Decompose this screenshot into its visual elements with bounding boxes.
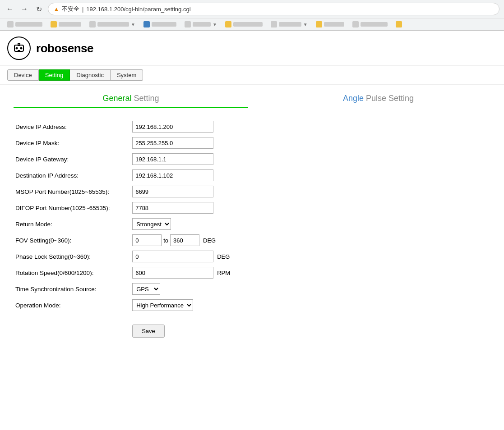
device-mask-field xyxy=(130,135,248,151)
bookmark-expand-icon-7: ▼ xyxy=(303,22,308,27)
page-header: rrobosenseobosense xyxy=(0,31,504,66)
device-gateway-input[interactable] xyxy=(132,153,213,165)
return-mode-field: Strongest Last Dual xyxy=(130,216,248,232)
main-layout: General Setting Device IP Address: Devic… xyxy=(0,85,504,349)
logo-r-letter: r xyxy=(36,41,41,55)
device-ip-field xyxy=(130,119,248,135)
msop-port-label: MSOP Port Number(1025~65535): xyxy=(14,183,130,200)
angle-title-word1: Angle xyxy=(343,94,364,103)
msop-port-input[interactable] xyxy=(132,186,213,197)
svg-rect-4 xyxy=(18,50,20,51)
tab-setting[interactable]: Setting xyxy=(39,69,70,81)
return-mode-row: Return Mode: Strongest Last Dual xyxy=(14,216,248,232)
bookmark-8[interactable] xyxy=(313,20,347,28)
bookmark-text-7 xyxy=(279,22,301,27)
bookmark-7[interactable]: ▼ xyxy=(268,20,310,28)
device-mask-label: Device IP Mask: xyxy=(14,135,130,151)
rotation-speed-row: Rotation Speed(0/600/1200): RPM xyxy=(14,265,248,281)
tab-system[interactable]: System xyxy=(111,69,143,81)
save-row: Save xyxy=(14,313,248,340)
general-setting-panel: General Setting Device IP Address: Devic… xyxy=(14,94,248,340)
angle-title-word2: Pulse Setting xyxy=(364,94,414,103)
robot-icon xyxy=(12,41,26,55)
bookmarks-bar: ▼ ▼ ▼ xyxy=(0,18,504,31)
bookmark-3[interactable]: ▼ xyxy=(87,20,138,28)
bookmark-favicon-7 xyxy=(271,21,277,27)
bookmark-5[interactable]: ▼ xyxy=(182,20,220,28)
tab-diagnostic[interactable]: Diagnostic xyxy=(70,69,111,81)
device-ip-label: Device IP Address: xyxy=(14,119,130,135)
forward-button[interactable]: → xyxy=(19,4,30,14)
device-gateway-row: Device IP Gateway: xyxy=(14,151,248,167)
operation-mode-select[interactable]: High Performance Standard xyxy=(132,299,193,311)
save-button[interactable]: Save xyxy=(132,325,165,338)
fov-to-input[interactable] xyxy=(170,234,199,246)
device-gateway-label: Device IP Gateway: xyxy=(14,151,130,167)
operation-mode-field: High Performance Standard xyxy=(130,297,248,313)
general-setting-title: General Setting xyxy=(102,94,159,103)
return-mode-select[interactable]: Strongest Last Dual xyxy=(132,218,171,230)
time-sync-field: GPS PTP None xyxy=(130,281,248,297)
svg-point-2 xyxy=(20,47,23,50)
url-separator: | xyxy=(82,6,83,13)
bookmark-6[interactable] xyxy=(222,20,265,28)
bookmark-1[interactable] xyxy=(5,20,45,28)
svg-point-1 xyxy=(16,47,18,50)
phase-lock-input[interactable] xyxy=(132,251,213,262)
fov-row: FOV Setting(0~360): to DEG xyxy=(14,232,248,248)
rotation-speed-input[interactable] xyxy=(132,267,213,279)
browser-chrome: ← → ↻ ▲ 不安全 | 192.168.1.200/cgi-bin/para… xyxy=(0,0,504,31)
bookmark-2[interactable] xyxy=(48,20,84,28)
bookmark-text-4 xyxy=(152,22,176,27)
angle-pulse-panel: Angle Pulse Setting xyxy=(266,94,490,340)
time-sync-row: Time Synchronization Source: GPS PTP Non… xyxy=(14,281,248,297)
bookmark-text-8 xyxy=(324,22,344,27)
security-warning-icon: ▲ xyxy=(54,6,59,12)
bookmark-favicon-10 xyxy=(396,21,402,27)
difop-port-input[interactable] xyxy=(132,202,213,214)
operation-mode-row: Operation Mode: High Performance Standar… xyxy=(14,297,248,313)
phase-lock-label: Phase Lock Setting(0~360): xyxy=(14,248,130,265)
bookmark-expand-icon-3: ▼ xyxy=(131,22,135,27)
difop-port-label: DIFOP Port Number(1025~65535): xyxy=(14,200,130,216)
rotation-speed-inputs: RPM xyxy=(132,267,246,279)
operation-mode-label: Operation Mode: xyxy=(14,297,130,313)
save-spacer xyxy=(14,313,130,340)
security-label: 不安全 xyxy=(62,5,79,13)
dest-ip-input[interactable] xyxy=(132,169,213,181)
msop-port-row: MSOP Port Number(1025~65535): xyxy=(14,183,248,200)
device-ip-row: Device IP Address: xyxy=(14,119,248,135)
fov-label: FOV Setting(0~360): xyxy=(14,232,130,248)
dest-ip-label: Destination IP Address: xyxy=(14,167,130,183)
time-sync-label: Time Synchronization Source: xyxy=(14,281,130,297)
back-button[interactable]: ← xyxy=(5,4,15,14)
fov-from-input[interactable] xyxy=(132,234,162,246)
device-mask-input[interactable] xyxy=(132,137,213,149)
angle-pulse-header: Angle Pulse Setting xyxy=(266,94,490,103)
bookmark-text-3 xyxy=(97,22,129,27)
tab-device[interactable]: Device xyxy=(7,69,39,81)
bookmark-10[interactable] xyxy=(393,20,405,28)
time-sync-select[interactable]: GPS PTP None xyxy=(132,283,160,295)
bookmark-text-9 xyxy=(361,22,388,27)
bookmark-favicon-6 xyxy=(225,21,231,27)
rotation-speed-label: Rotation Speed(0/600/1200): xyxy=(14,265,130,281)
address-bar[interactable]: ▲ 不安全 | 192.168.1.200/cgi-bin/param_sett… xyxy=(48,3,499,15)
bookmark-favicon-1 xyxy=(7,21,14,27)
bookmark-4[interactable] xyxy=(141,20,179,28)
phase-lock-inputs: DEG xyxy=(132,251,246,262)
logo-icon xyxy=(7,37,31,60)
refresh-button[interactable]: ↻ xyxy=(33,4,44,14)
bookmark-9[interactable] xyxy=(350,20,390,28)
page-content: rrobosenseobosense Device Setting Diagno… xyxy=(0,31,504,349)
logo-text: rrobosenseobosense xyxy=(36,41,93,55)
bookmark-text-6 xyxy=(233,22,263,27)
device-mask-row: Device IP Mask: xyxy=(14,135,248,151)
logo-text-full: obosense xyxy=(41,41,93,55)
bookmark-favicon-3 xyxy=(89,21,96,27)
fov-unit: DEG xyxy=(203,237,216,244)
dest-ip-row: Destination IP Address: xyxy=(14,167,248,183)
general-title-word2: Setting xyxy=(132,94,159,103)
device-ip-input[interactable] xyxy=(132,121,213,133)
fov-to-label: to xyxy=(163,237,168,244)
